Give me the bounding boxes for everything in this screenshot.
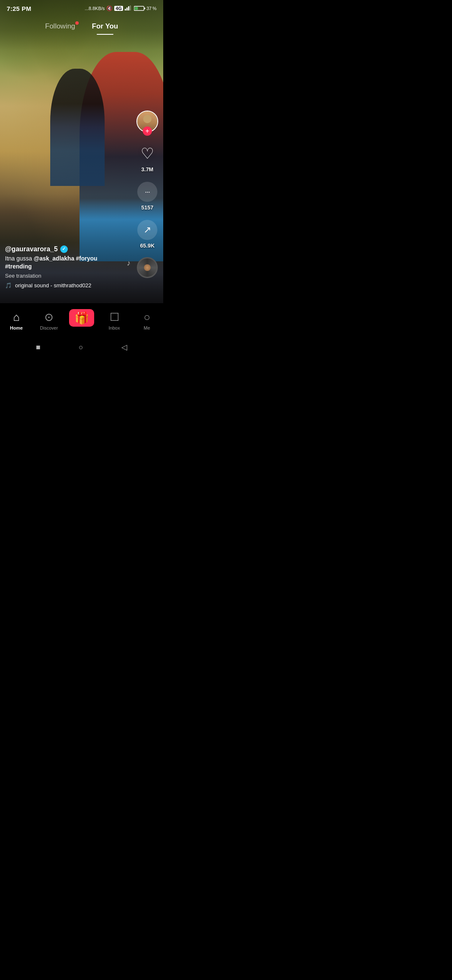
right-actions: + ♡ 3.7M ··· 5157 ↗ 65.9K [136, 111, 158, 278]
nav-me[interactable]: ○ Me [131, 311, 163, 330]
tab-for-you[interactable]: For You [84, 19, 127, 34]
share-icon-wrap-outer: ↗ [136, 219, 158, 241]
nav-create[interactable]: 🎁 [65, 309, 98, 327]
profile-icon: ○ [144, 311, 150, 324]
share-icon: ↗ [144, 224, 151, 235]
comment-action[interactable]: ··· 5157 [136, 181, 158, 211]
share-action[interactable]: ↗ 65.9K [136, 219, 158, 249]
mute-icon: 🔇 [106, 5, 113, 11]
svg-rect-0 [125, 9, 126, 10]
share-count: 65.9K [140, 242, 155, 249]
battery-pct: 37 [146, 6, 152, 11]
tab-following[interactable]: Following [37, 19, 84, 34]
svg-rect-5 [144, 8, 145, 9]
nav-inbox[interactable]: ☐ Inbox [98, 311, 131, 330]
screen: 7:25 PM ...8.8KB/s 🔇 4G 37% [0, 0, 163, 353]
home-label: Home [10, 325, 23, 330]
home-icon: ⌂ [13, 311, 20, 324]
stop-button[interactable]: ■ [36, 343, 41, 352]
create-button[interactable]: 🎁 [69, 309, 94, 327]
nav-discover[interactable]: ⊙ Discover [33, 311, 65, 330]
data-speed: ...8.8KB/s [85, 6, 105, 11]
creator-username[interactable]: @gauravarora_5 ✓ [5, 245, 130, 253]
network-type: 4G [114, 6, 123, 11]
comment-bubble: ··· [137, 182, 157, 202]
battery-icon: 37% [134, 5, 157, 11]
music-info[interactable]: 🎵 original sound - smithrathod022 [5, 282, 130, 289]
status-bar: 7:25 PM ...8.8KB/s 🔇 4G 37% [0, 0, 163, 17]
svg-rect-3 [130, 5, 131, 10]
status-right: ...8.8KB/s 🔇 4G 37% [85, 5, 157, 11]
discover-icon: ⊙ [44, 311, 54, 324]
discover-label: Discover [40, 325, 58, 330]
back-button[interactable]: ◁ [121, 343, 127, 352]
notification-dot [75, 21, 79, 25]
svg-rect-2 [128, 6, 129, 10]
music-title: original sound - smithrathod022 [15, 282, 91, 289]
inbox-icon: ☐ [110, 311, 119, 324]
comment-icon-wrap: ··· [136, 181, 158, 203]
hashtag-foryou[interactable]: #foryou [76, 255, 97, 262]
heart-icon: ♡ [141, 145, 154, 162]
like-action[interactable]: ♡ 3.7M [136, 143, 158, 173]
bottom-info: @gauravarora_5 ✓ Itna gussa @ask_adlakha… [5, 245, 130, 289]
signal-bars [125, 5, 132, 11]
comment-icon: ··· [145, 188, 150, 196]
inbox-label: Inbox [109, 325, 120, 330]
me-label: Me [144, 325, 150, 330]
verified-badge: ✓ [60, 245, 68, 253]
music-note-icon: 🎵 [5, 282, 12, 289]
comment-count: 5157 [141, 204, 154, 211]
follow-button[interactable]: + [143, 126, 152, 136]
creator-avatar-container[interactable]: + [136, 111, 158, 132]
home-button[interactable]: ○ [79, 343, 83, 352]
nav-tabs: Following For You [0, 19, 163, 34]
like-count: 3.7M [141, 166, 154, 173]
mention[interactable]: @ask_adlakha [34, 255, 74, 262]
system-nav: ■ ○ ◁ [0, 341, 163, 353]
gift-icon: 🎁 [74, 311, 89, 325]
see-translation-btn[interactable]: See translation [5, 273, 130, 279]
music-disc [137, 257, 158, 278]
svg-rect-6 [134, 7, 138, 10]
svg-rect-1 [126, 8, 128, 10]
video-caption: Itna gussa @ask_adlakha #foryou #trendin… [5, 255, 130, 271]
nav-home[interactable]: ⌂ Home [0, 311, 33, 330]
share-icon-wrap: ↗ [137, 220, 157, 240]
music-disc-action[interactable] [137, 257, 158, 278]
hashtag-trending[interactable]: #trending [5, 263, 32, 270]
status-time: 7:25 PM [7, 5, 31, 12]
bottom-nav: ⌂ Home ⊙ Discover 🎁 ☐ Inbox ○ Me [0, 307, 163, 341]
child-silhouette [50, 69, 105, 186]
like-icon-wrap: ♡ [136, 143, 158, 165]
